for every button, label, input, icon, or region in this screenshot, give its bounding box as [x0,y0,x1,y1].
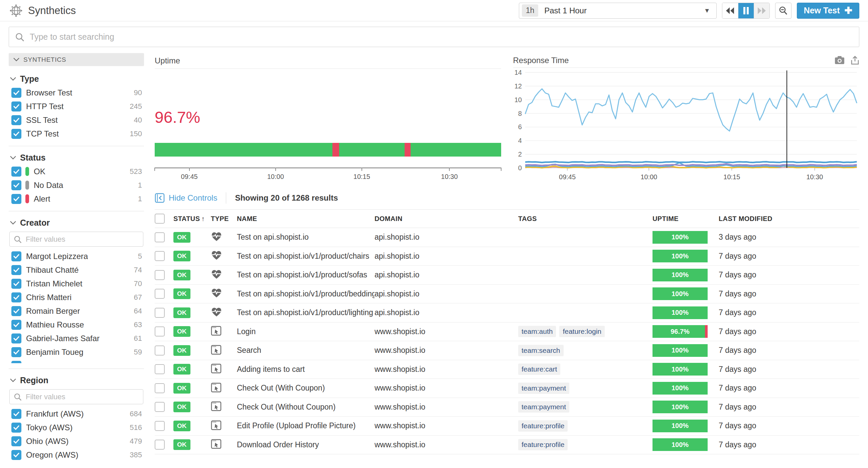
export-icon[interactable] [850,56,859,65]
row-checkbox[interactable] [155,289,165,299]
checkbox-checked[interactable] [11,361,21,364]
test-name[interactable]: Adding items to cart [237,365,375,374]
row-checkbox[interactable] [155,270,165,280]
facet-item-romain-berger[interactable]: Romain Berger64 [9,304,144,318]
checkbox-checked[interactable] [11,167,21,176]
table-row[interactable]: OKTest on api.shopist.io/v1/product/chai… [155,247,859,266]
facet-item-no-data[interactable]: No Data1 [9,178,144,192]
row-checkbox[interactable] [155,440,165,449]
checkbox-checked[interactable] [11,265,21,275]
facet-item-browser-test[interactable]: Browser Test90 [9,86,144,99]
row-checkbox[interactable] [155,364,165,374]
facet-item-benjamin-toueg[interactable]: Benjamin Toueg59 [9,345,144,359]
table-row[interactable]: OKAdding items to cartwww.shopist.iofeat… [155,360,859,379]
rewind-button[interactable] [722,3,738,19]
column-header-status[interactable]: STATUS↑ [174,215,211,223]
test-name[interactable]: Test on api.shopist.io/v1/product/beddin… [237,290,375,298]
column-header-tags[interactable]: TAGS [518,215,652,223]
facet-item-margot-lepizzera[interactable]: Margot Lepizzera5 [9,249,144,263]
facet-item-tristan-michelet[interactable]: Tristan Michelet70 [9,277,144,291]
synthetics-facet-cap[interactable]: SYNTHETICS [9,53,144,66]
checkbox-checked[interactable] [11,450,21,460]
hide-controls-button[interactable]: Hide Controls [155,193,217,203]
test-name[interactable]: Test on api.shopist.io [237,233,375,242]
facet-item-ok[interactable]: OK523 [9,165,144,178]
row-checkbox[interactable] [155,327,165,336]
checkbox-checked[interactable] [11,320,21,330]
checkbox-checked[interactable] [11,423,21,433]
facet-item-ohio-aws-[interactable]: Ohio (AWS)479 [9,434,144,448]
checkbox-checked[interactable] [11,101,21,111]
checkbox-checked[interactable] [11,333,21,343]
filter-values-input[interactable] [25,392,139,402]
column-header-uptime[interactable]: UPTIME [652,215,719,223]
facet-item-http-test[interactable]: HTTP Test245 [9,99,144,113]
row-checkbox[interactable] [155,308,165,318]
column-header-type[interactable]: TYPE [211,215,237,223]
checkbox-checked[interactable] [11,88,21,98]
fast-forward-button[interactable] [754,3,769,19]
checkbox-checked[interactable] [11,180,21,190]
test-name[interactable]: Search [237,346,375,355]
table-row[interactable]: OKDownload Order Historywww.shopist.iofe… [155,436,859,455]
facet-group-title-status[interactable]: Status [9,151,144,165]
test-name[interactable]: Login [237,327,375,336]
checkbox-checked[interactable] [11,115,21,125]
facet-group-title-region[interactable]: Region [9,373,144,387]
test-name[interactable]: Check Out (Without Coupon) [237,403,375,411]
tag-pill[interactable]: team:search [518,345,564,356]
test-name[interactable]: Check Out (With Coupon) [237,383,375,393]
checkbox-checked[interactable] [11,279,21,289]
row-checkbox[interactable] [155,421,165,431]
tag-pill[interactable]: team:auth [518,326,556,337]
tag-pill[interactable]: team:payment [518,401,569,412]
facet-item-clipped[interactable] [9,359,144,363]
facet-item-chris-matteri[interactable]: Chris Matteri67 [9,291,144,304]
checkbox-checked[interactable] [11,252,21,261]
test-name[interactable]: Download Order History [237,440,375,449]
new-test-button[interactable]: New Test ✚ [797,3,859,19]
table-row[interactable]: OKLoginwww.shopist.ioteam:authfeature:lo… [155,323,859,341]
facet-group-title-creator[interactable]: Creator [9,216,144,230]
select-all-checkbox[interactable] [155,214,165,224]
facet-item-ssl-test[interactable]: SSL Test40 [9,113,144,127]
facet-group-title-type[interactable]: Type [9,72,144,86]
tag-pill[interactable]: feature:profile [518,439,568,450]
table-row[interactable]: OKCheck Out (Without Coupon)www.shopist.… [155,398,859,417]
time-range-select[interactable]: 1h Past 1 Hour ▼ [519,3,717,19]
checkbox-checked[interactable] [11,194,21,204]
test-name[interactable]: Test on api.shopist.io/v1/product/sofas [237,270,375,279]
filter-values-input[interactable] [25,235,139,244]
facet-item-mathieu-rousse[interactable]: Mathieu Rousse63 [9,318,144,332]
column-header-last-modified[interactable]: LAST MODIFIED [719,215,859,223]
facet-item-gabriel-james-safar[interactable]: Gabriel-James Safar61 [9,332,144,345]
tag-pill[interactable]: feature:cart [518,364,560,375]
tag-pill[interactable]: feature:login [559,326,605,337]
tag-pill[interactable]: feature:profile [518,420,568,432]
facet-item-tokyo-aws-[interactable]: Tokyo (AWS)516 [9,421,144,434]
table-row[interactable]: OKTest on api.shopist.io/v1/product/bedd… [155,285,859,304]
snapshot-camera-icon[interactable] [835,56,845,65]
table-row[interactable]: OKCheck Out (With Coupon)www.shopist.iot… [155,379,859,398]
checkbox-checked[interactable] [11,306,21,316]
facet-item-thibaut-chatt-[interactable]: Thibaut Chatté74 [9,263,144,277]
table-row[interactable]: OKSearchwww.shopist.ioteam:search100%7 d… [155,341,859,360]
table-row[interactable]: OKTest on api.shopist.io/v1/product/ligh… [155,303,859,323]
pause-button[interactable] [738,3,754,19]
zoom-out-button[interactable] [775,3,792,19]
table-row[interactable]: OKTest on api.shopist.io/v1/product/sofa… [155,266,859,285]
search-input[interactable] [29,32,853,42]
checkbox-checked[interactable] [11,293,21,302]
table-row[interactable]: OKTest on api.shopist.ioapi.shopist.io10… [155,228,859,247]
facet-item-tcp-test[interactable]: TCP Test150 [9,127,144,140]
column-header-domain[interactable]: DOMAIN [375,215,518,223]
row-checkbox[interactable] [155,251,165,261]
checkbox-checked[interactable] [11,129,21,139]
column-header-name[interactable]: NAME [237,215,375,223]
row-checkbox[interactable] [155,402,165,412]
facet-item-alert[interactable]: Alert1 [9,192,144,206]
test-name[interactable]: Test on api.shopist.io/v1/product/lighti… [237,308,375,317]
checkbox-checked[interactable] [11,347,21,357]
row-checkbox[interactable] [155,345,165,356]
facet-item-frankfurt-aws-[interactable]: Frankfurt (AWS)684 [9,407,144,421]
